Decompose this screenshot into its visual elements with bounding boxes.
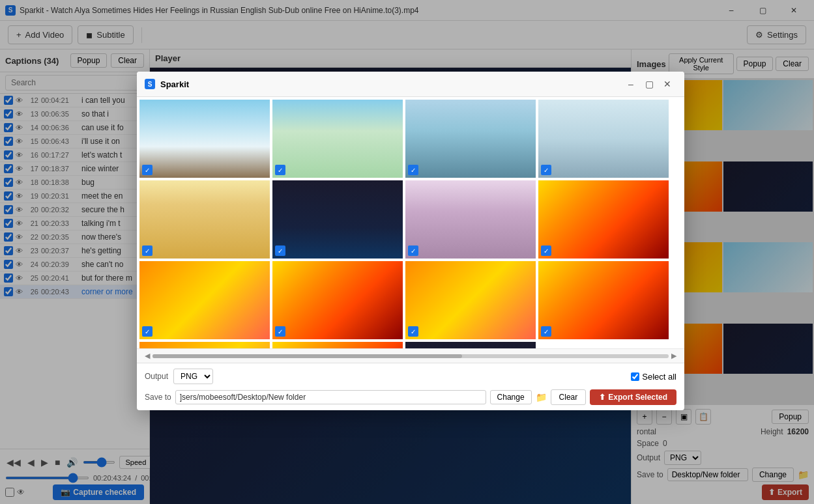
dialog-save-path-input[interactable] — [175, 390, 486, 404]
dialog-minimize-button[interactable]: – — [622, 77, 640, 91]
dialog-clear-button[interactable]: Clear — [551, 389, 587, 405]
export-selected-button[interactable]: ⬆ Export Selected — [590, 389, 676, 405]
dialog-overlay: S Sparkit – ▢ ✕ ✓ ✓ ✓ ✓ ✓ ✓ — [0, 0, 814, 504]
dialog-thumb-3[interactable]: ✓ — [405, 100, 536, 178]
dialog-thumb-4[interactable]: ✓ — [538, 100, 669, 178]
select-all-container: Select all — [631, 372, 676, 382]
dialog-grid: ✓ ✓ ✓ ✓ ✓ ✓ ✓ ✓ ✓ ✓ — [139, 100, 682, 348]
export-selected-icon: ⬆ — [599, 393, 605, 402]
thumb-check-7[interactable]: ✓ — [408, 245, 418, 256]
thumb-check-11[interactable]: ✓ — [408, 326, 418, 337]
dialog-titlebar: S Sparkit – ▢ ✕ — [137, 72, 684, 97]
dialog-images-scroll[interactable]: ✓ ✓ ✓ ✓ ✓ ✓ ✓ ✓ ✓ ✓ — [137, 97, 684, 348]
dialog-thumb-2[interactable]: ✓ — [272, 100, 403, 178]
dialog-thumb-9[interactable]: ✓ — [139, 261, 270, 339]
thumb-check-5[interactable]: ✓ — [142, 245, 153, 256]
thumb-check-3[interactable]: ✓ — [408, 165, 418, 175]
dialog-thumb-11[interactable]: ✓ — [405, 261, 536, 339]
dialog-thumb-14[interactable] — [272, 342, 403, 348]
thumb-check-9[interactable]: ✓ — [142, 326, 153, 337]
dialog-close-button[interactable]: ✕ — [658, 77, 676, 91]
dialog-output-label: Output — [145, 372, 168, 381]
dialog-app-icon: S — [145, 79, 155, 89]
thumb-check-12[interactable]: ✓ — [541, 326, 551, 337]
dialog-thumb-12[interactable]: ✓ — [538, 261, 669, 339]
dialog-thumb-7[interactable]: ✓ — [405, 180, 536, 259]
dialog-thumb-13[interactable] — [139, 342, 270, 348]
dialog-footer: Output PNG JPG Select all — [137, 363, 684, 389]
dialog-maximize-button[interactable]: ▢ — [640, 77, 658, 91]
thumb-check-6[interactable]: ✓ — [275, 245, 285, 256]
thumb-check-4[interactable]: ✓ — [541, 165, 551, 175]
dialog-thumb-1[interactable]: ✓ — [139, 100, 270, 178]
dialog-change-button[interactable]: Change — [490, 390, 532, 404]
dialog-title: Sparkit — [160, 79, 622, 89]
thumb-check-8[interactable]: ✓ — [541, 245, 551, 256]
export-dialog: S Sparkit – ▢ ✕ ✓ ✓ ✓ ✓ ✓ ✓ — [137, 72, 684, 410]
dialog-thumb-15[interactable] — [405, 342, 536, 348]
dialog-thumb-8[interactable]: ✓ — [538, 180, 669, 259]
thumb-check-10[interactable]: ✓ — [275, 326, 285, 337]
select-all-label: Select all — [642, 372, 676, 382]
thumb-check-1[interactable]: ✓ — [142, 165, 153, 175]
horizontal-scrollbar[interactable] — [153, 354, 669, 358]
dialog-output-select[interactable]: PNG JPG — [173, 369, 213, 384]
dialog-body: ✓ ✓ ✓ ✓ ✓ ✓ ✓ ✓ ✓ ✓ — [137, 97, 684, 348]
dialog-thumb-6[interactable]: ✓ — [272, 180, 403, 259]
select-all-checkbox-dialog[interactable] — [631, 372, 639, 381]
thumb-check-2[interactable]: ✓ — [275, 165, 285, 175]
dialog-thumb-5[interactable]: ✓ — [139, 180, 270, 259]
dialog-save-to-label: Save to — [145, 393, 171, 402]
dialog-thumb-10[interactable]: ✓ — [272, 261, 403, 339]
dialog-save-to-row: Save to Change 📁 Clear ⬆ Export Selected — [137, 389, 684, 410]
dialog-folder-icon[interactable]: 📁 — [536, 392, 547, 402]
